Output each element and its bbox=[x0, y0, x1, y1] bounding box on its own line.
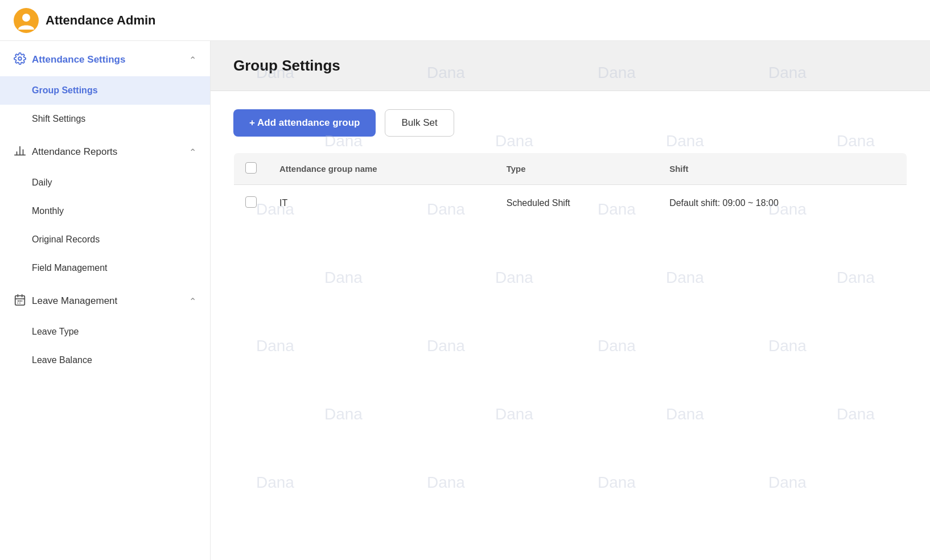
attendance-settings-label: Attendance Settings bbox=[32, 54, 125, 65]
bulk-set-button[interactable]: Bulk Set bbox=[385, 109, 454, 137]
row-type: Scheduled Shift bbox=[495, 185, 658, 222]
sidebar-item-group-settings[interactable]: Group Settings bbox=[0, 76, 210, 105]
sidebar-item-leave-type[interactable]: Leave Type bbox=[0, 318, 210, 346]
calendar-icon bbox=[14, 294, 26, 308]
bar-chart-icon bbox=[14, 145, 26, 159]
topbar: Attendance Admin bbox=[0, 0, 930, 41]
sidebar-item-original-records[interactable]: Original Records bbox=[0, 225, 210, 254]
table-header-shift: Shift bbox=[658, 153, 907, 185]
page-title: Group Settings bbox=[233, 57, 340, 74]
sidebar-item-leave-balance[interactable]: Leave Balance bbox=[0, 346, 210, 374]
main-layout: Attendance Settings ⌃ Group Settings Shi… bbox=[0, 41, 930, 560]
content-header: Group Settings bbox=[211, 41, 930, 91]
svg-point-1 bbox=[22, 14, 30, 22]
chevron-up-icon-leave: ⌃ bbox=[189, 296, 196, 307]
row-checkbox[interactable] bbox=[245, 196, 257, 208]
app-logo bbox=[14, 8, 39, 33]
chevron-up-icon: ⌃ bbox=[189, 55, 196, 65]
app-title: Attendance Admin bbox=[46, 13, 156, 28]
sidebar-item-daily[interactable]: Daily bbox=[0, 168, 210, 197]
sidebar: Attendance Settings ⌃ Group Settings Shi… bbox=[0, 41, 211, 560]
row-shift: Default shift: 09:00 ~ 18:00 bbox=[658, 185, 907, 222]
sidebar-item-field-management[interactable]: Field Management bbox=[0, 254, 210, 282]
content-body: + Add attendance group Bulk Set Attendan… bbox=[211, 91, 930, 560]
table-row: IT Scheduled Shift Default shift: 09:00 … bbox=[234, 185, 907, 222]
table-header-checkbox bbox=[234, 153, 269, 185]
toolbar: + Add attendance group Bulk Set bbox=[233, 109, 907, 137]
attendance-group-table: Attendance group name Type Shift IT Sche… bbox=[233, 153, 907, 222]
svg-point-2 bbox=[18, 57, 22, 60]
table-header-type: Type bbox=[495, 153, 658, 185]
row-name: IT bbox=[268, 185, 495, 222]
select-all-checkbox[interactable] bbox=[245, 162, 257, 174]
row-checkbox-cell bbox=[234, 185, 269, 222]
sidebar-section-attendance-reports[interactable]: Attendance Reports ⌃ bbox=[0, 133, 210, 168]
sidebar-section-attendance-settings[interactable]: Attendance Settings ⌃ bbox=[0, 41, 210, 76]
main-content: Dana Dana Dana Dana Dana Dana Dana Dana … bbox=[211, 41, 930, 560]
sidebar-item-monthly[interactable]: Monthly bbox=[0, 197, 210, 225]
gear-icon bbox=[14, 52, 26, 67]
sidebar-item-shift-settings[interactable]: Shift Settings bbox=[0, 105, 210, 133]
table-header-row: Attendance group name Type Shift bbox=[234, 153, 907, 185]
chevron-up-icon-reports: ⌃ bbox=[189, 147, 196, 158]
attendance-reports-label: Attendance Reports bbox=[32, 146, 117, 158]
table-header-name: Attendance group name bbox=[268, 153, 495, 185]
add-attendance-group-button[interactable]: + Add attendance group bbox=[233, 109, 376, 137]
leave-management-label: Leave Management bbox=[32, 295, 117, 307]
sidebar-section-leave-management[interactable]: Leave Management ⌃ bbox=[0, 282, 210, 318]
